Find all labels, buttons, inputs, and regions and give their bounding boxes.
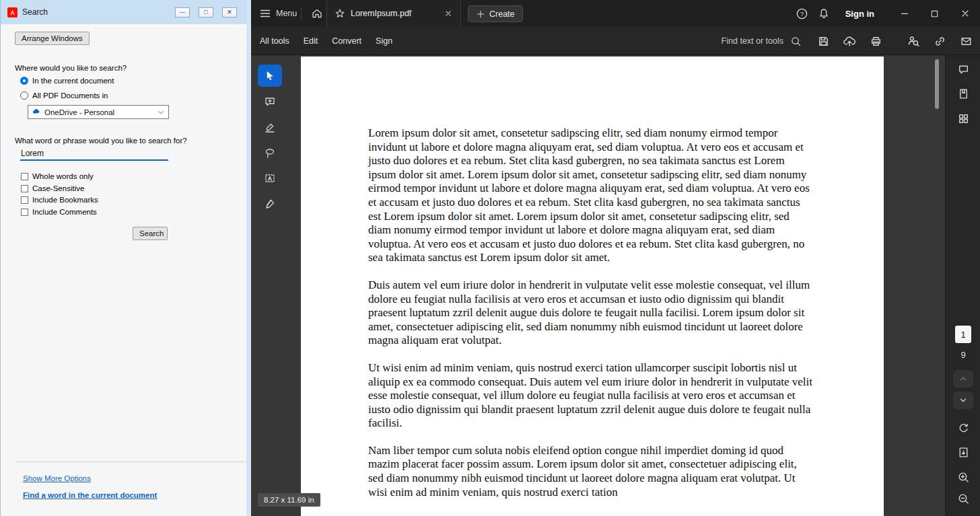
find-text-or-tools-search[interactable]: Find text or tools	[716, 32, 807, 50]
cloud-upload-button[interactable]	[839, 31, 860, 51]
highlight-tool-button[interactable]	[258, 116, 282, 138]
acrobat-titlebar: Menu LoremIpsum.pdf Create	[251, 0, 980, 27]
add-comment-icon	[264, 96, 276, 108]
find-placeholder: Find text or tools	[722, 36, 783, 46]
checkbox-box[interactable]	[21, 196, 28, 204]
checkbox-label: Include Bookmarks	[32, 196, 98, 204]
checkbox-box[interactable]	[21, 209, 28, 216]
next-page-button[interactable]	[946, 392, 980, 409]
checkbox-include-comments[interactable]: Include Comments	[21, 208, 97, 216]
dropdown-value: OneDrive - Personal	[44, 108, 114, 116]
tab-close-icon[interactable]	[444, 9, 453, 18]
where-question-label: Where would you like to search?	[15, 64, 127, 72]
zoom-in-button[interactable]	[946, 471, 980, 484]
select-text-tool-button[interactable]	[258, 167, 282, 189]
text-select-icon	[264, 172, 276, 184]
menu-label: Menu	[276, 9, 297, 18]
radio-all-label: All PDF Documents in	[32, 91, 108, 100]
radio-current-document[interactable]: In the current document	[20, 77, 114, 85]
titlebar-separator	[301, 7, 302, 20]
lasso-tool-button[interactable]	[258, 141, 282, 163]
export-pdf-button[interactable]	[946, 446, 980, 459]
menu-button[interactable]: Menu	[259, 0, 297, 27]
current-page-box[interactable]: 1	[946, 326, 980, 343]
share-link-button[interactable]	[930, 31, 950, 51]
search-icon	[790, 36, 802, 47]
zoom-out-icon	[957, 492, 970, 505]
checkbox-box[interactable]	[21, 185, 28, 192]
zoom-out-button[interactable]	[946, 492, 980, 505]
bookmarks-panel-button[interactable]	[946, 87, 980, 100]
titlebar-right: ? Sign in	[792, 0, 980, 27]
search-window-title: Search	[22, 7, 170, 17]
search-submit-button[interactable]: Search	[133, 227, 168, 240]
checkbox-label: Case-Sensitive	[32, 184, 84, 192]
favorite-star-icon[interactable]	[335, 8, 345, 19]
search-location-dropdown[interactable]: OneDrive - Personal	[28, 105, 169, 119]
window-close-button[interactable]	[950, 0, 980, 27]
save-icon	[817, 35, 830, 48]
search-minimize-button[interactable]: —	[175, 7, 190, 17]
tab-sign[interactable]: Sign	[376, 36, 392, 46]
add-comment-tool-button[interactable]	[258, 90, 282, 112]
create-button[interactable]: Create	[468, 5, 523, 22]
save-button[interactable]	[813, 31, 833, 51]
comments-panel-button[interactable]	[946, 63, 980, 76]
checkbox-case-sensitive[interactable]: Case-Sensitive	[21, 184, 84, 192]
rotate-page-button[interactable]	[946, 422, 980, 435]
tab-convert[interactable]: Convert	[332, 36, 361, 46]
acrobat-window: Menu LoremIpsum.pdf Create	[251, 0, 980, 516]
page-size-badge: 8.27 x 11.69 in	[258, 493, 320, 507]
tab-all-tools[interactable]: All tools	[260, 36, 289, 46]
total-pages: 9	[946, 350, 980, 360]
print-button[interactable]	[866, 31, 886, 51]
phrase-question-label: What word or phrase would you like to se…	[15, 137, 187, 145]
find-word-link[interactable]: Find a word in the current document	[23, 491, 157, 499]
fill-sign-tool-button[interactable]	[258, 192, 282, 215]
onedrive-icon	[32, 108, 40, 116]
checkbox-whole-words[interactable]: Whole words only	[21, 172, 94, 180]
search-window: Search — □ ✕ Arrange Windows Where would…	[0, 0, 251, 516]
pdf-page: Lorem ipsum dolor sit amet, consetetur s…	[301, 57, 884, 516]
window-maximize-button[interactable]	[919, 0, 950, 27]
show-more-options-link[interactable]: Show More Options	[23, 474, 91, 482]
paragraph: Lorem ipsum dolor sit amet, consetetur s…	[368, 126, 814, 265]
home-button[interactable]	[308, 0, 326, 27]
create-label: Create	[489, 9, 515, 19]
search-maximize-button[interactable]: □	[199, 7, 213, 17]
search-close-button[interactable]: ✕	[222, 7, 237, 17]
plus-icon	[476, 9, 485, 19]
window-minimize-button[interactable]	[889, 0, 919, 27]
search-term-input[interactable]	[20, 147, 168, 161]
lasso-icon	[264, 147, 276, 159]
maximize-icon	[930, 9, 940, 19]
highlighter-icon	[264, 121, 276, 133]
zoom-in-icon	[957, 471, 970, 484]
notifications-button[interactable]	[813, 0, 835, 27]
checkbox-label: Include Comments	[32, 208, 97, 216]
search-window-titlebar[interactable]: Search — □ ✕	[1, 0, 246, 24]
checkbox-include-bookmarks[interactable]: Include Bookmarks	[21, 196, 98, 204]
tab-title: LoremIpsum.pdf	[351, 9, 438, 18]
link-icon	[934, 35, 946, 48]
page-thumbnails-panel-button[interactable]	[946, 112, 980, 125]
current-page-number[interactable]: 1	[955, 326, 971, 343]
radio-all-pdf-documents[interactable]: All PDF Documents in	[20, 91, 108, 100]
tab-edit[interactable]: Edit	[304, 36, 318, 46]
radio-button[interactable]	[20, 91, 28, 100]
vertical-scrollbar[interactable]	[935, 59, 939, 109]
email-button[interactable]	[956, 31, 976, 51]
checkbox-box[interactable]	[21, 173, 28, 180]
sign-in-button[interactable]: Sign in	[845, 9, 874, 19]
select-tool-button[interactable]	[258, 65, 282, 87]
chevron-up-icon	[958, 373, 969, 384]
ai-assistant-icon	[907, 34, 920, 48]
arrange-windows-button[interactable]: Arrange Windows	[15, 32, 90, 45]
document-tab[interactable]: LoremIpsum.pdf	[326, 0, 461, 27]
adobe-acrobat-icon	[7, 7, 18, 17]
previous-page-button[interactable]	[946, 370, 980, 388]
radio-button-selected[interactable]	[20, 77, 28, 85]
acrobat-toolbar: All tools Edit Convert Sign Find text or…	[251, 27, 980, 55]
help-button[interactable]: ?	[792, 0, 813, 27]
ai-assistant-button[interactable]	[903, 31, 923, 51]
